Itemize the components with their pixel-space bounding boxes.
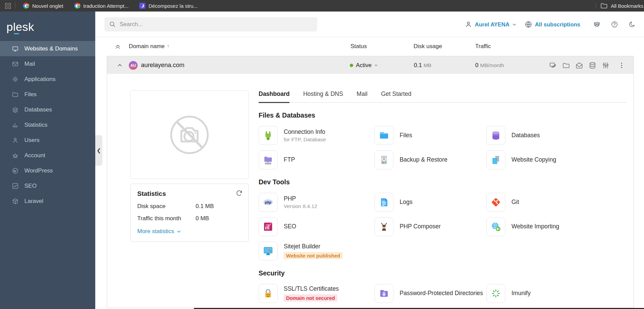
tile-password-protected-directories[interactable]: Password-Protected Directories (375, 284, 486, 303)
topbar: Aurel AYENA All subscriptions (95, 12, 644, 37)
tile-backup-restore[interactable]: Backup & Restore (375, 150, 486, 169)
section-title: Files & Databases (259, 111, 627, 119)
traffic-value: 0MB/month (475, 56, 504, 74)
bar-chart-icon (12, 122, 19, 128)
sort-asc-icon: ↑ (167, 43, 170, 49)
section-title: Security (259, 269, 627, 277)
sidebar-item-wordpress[interactable]: WordPress (0, 163, 95, 178)
search-input[interactable] (120, 21, 313, 28)
column-traffic[interactable]: Traffic (475, 43, 491, 50)
subscriptions-selector[interactable]: All subscriptions (525, 21, 580, 28)
password-folder-icon (375, 284, 394, 303)
column-disk-usage[interactable]: Disk usage (414, 43, 442, 50)
bookmark-nouvel-onglet[interactable]: Nouvel onglet (20, 0, 71, 12)
tab-mail[interactable]: Mail (357, 90, 367, 102)
section-dev-tools: Dev Tools php PHP Version 8.4.12 Logs Gi… (259, 178, 627, 261)
laravel-icon (12, 198, 19, 205)
sidebar-item-laravel[interactable]: Laravel (0, 193, 95, 209)
tab-dashboard[interactable]: Dashboard (259, 90, 289, 103)
statistics-title: Statistics (137, 190, 242, 198)
tile-sitejet-builder[interactable]: Sitejet Builder Website not published (259, 242, 375, 261)
tile-git[interactable]: Git (486, 193, 602, 212)
php-composer-icon (375, 217, 394, 236)
bookmark-traduction-attempt[interactable]: traduction Attempt... (71, 0, 136, 12)
tab-hosting-dns[interactable]: Hosting & DNS (303, 90, 343, 102)
imunify-icon (486, 284, 505, 303)
sidebar-item-users[interactable]: Users (0, 132, 95, 148)
tile-ftp[interactable]: FTP (259, 150, 375, 169)
tab-get-started[interactable]: Get Started (381, 90, 411, 102)
tile-website-copying[interactable]: Website Copying (486, 150, 602, 169)
google-favicon (74, 3, 80, 9)
tile-php[interactable]: php PHP Version 8.4.12 (259, 193, 375, 212)
all-bookmarks-button[interactable]: All Bookmarks (600, 2, 644, 9)
stat-label: Traffic this month (137, 215, 196, 222)
sidebar-item-databases[interactable]: Databases (0, 102, 95, 117)
layers-icon (12, 106, 19, 113)
chevron-down-icon (512, 22, 517, 27)
tile-php-composer[interactable]: PHP Composer (375, 217, 486, 236)
sliders-icon[interactable] (602, 62, 609, 69)
connection-info-icon (259, 126, 278, 145)
tile-logs[interactable]: Logs (375, 193, 486, 212)
main-area: Aurel AYENA All subscriptions Domain nam… (95, 12, 644, 309)
column-status[interactable]: Status (350, 43, 367, 50)
kebab-menu-icon[interactable] (618, 62, 625, 69)
tile-website-importing[interactable]: Website Importing (486, 217, 602, 236)
sidebar-item-files[interactable]: Files (0, 87, 95, 102)
database-outline-icon[interactable] (589, 62, 596, 69)
dark-mode-moon-icon[interactable] (628, 21, 636, 28)
gear-icon (12, 76, 19, 83)
mail-icon (12, 61, 19, 67)
globe-icon (525, 21, 532, 28)
mail-outline-icon[interactable] (576, 62, 583, 69)
sidebar-item-statistics[interactable]: Statistics (0, 117, 95, 132)
domain-name[interactable]: aurelayena.com (141, 56, 184, 74)
status-badge[interactable]: Active (350, 56, 378, 74)
folder-outline-icon[interactable] (562, 62, 570, 69)
help-icon[interactable] (611, 21, 618, 28)
domain-quick-actions (549, 56, 625, 74)
git-icon (486, 193, 505, 212)
bookmark-d-composez-la-stru[interactable]: Décomposez la stru... (136, 0, 205, 12)
monitor-icon (12, 45, 19, 52)
user-name: Aurel AYENA (475, 21, 509, 28)
tile-databases[interactable]: Databases (486, 126, 602, 145)
tile-connection-info[interactable]: Connection Info for FTP, Database (259, 126, 375, 145)
plesk-logo[interactable]: plesk (6, 20, 44, 34)
sidebar-collapse-handle[interactable]: ❮ (95, 135, 102, 166)
apps-grid-icon[interactable] (5, 3, 11, 9)
tile-seo[interactable]: SEO (259, 217, 375, 236)
user-menu[interactable]: Aurel AYENA (465, 21, 517, 28)
tile-ssl-tls-certificates[interactable]: SSL/TLS Certificates Domain not secured (259, 284, 375, 303)
more-statistics-link[interactable]: More statistics (137, 228, 242, 235)
sidebar-item-mail[interactable]: Mail (0, 56, 95, 71)
all-bookmarks-label: All Bookmarks (611, 3, 643, 9)
assistant-owl-icon[interactable] (593, 21, 601, 28)
tile-imunify[interactable]: Imunify (486, 284, 602, 303)
section-files-databases: Files & Databases Connection Info for FT… (259, 111, 627, 169)
section-title: Dev Tools (259, 178, 627, 186)
backup-icon (375, 150, 394, 169)
seo-icon (259, 217, 278, 236)
sidebar-item-account[interactable]: Account (0, 148, 95, 163)
sidebar-item-seo[interactable]: SEO (0, 178, 95, 193)
site-screenshot-placeholder[interactable] (130, 90, 249, 179)
chevron-down-icon (374, 63, 378, 67)
tile-badge-domain-not-secured: Domain not secured (284, 294, 337, 302)
subscriptions-label: All subscriptions (535, 21, 580, 28)
site-preview-icon[interactable] (549, 62, 557, 69)
collapse-all-icon[interactable] (115, 44, 121, 52)
tile-badge-website-not-published: Website not published (284, 252, 343, 259)
ssl-lock-icon (259, 284, 278, 303)
collapse-row-icon[interactable] (115, 56, 124, 74)
sidebar-item-websites-domains[interactable]: Websites & Domains (0, 41, 95, 56)
dashboard-tabs: DashboardHosting & DNSMailGet Started (259, 90, 627, 103)
ftp-icon (259, 150, 278, 169)
column-domain-name[interactable]: Domain name↑ (129, 43, 169, 50)
refresh-icon[interactable] (236, 189, 243, 197)
user-icon (465, 21, 472, 28)
databases-icon (486, 126, 505, 145)
sidebar-item-applications[interactable]: Applications (0, 71, 95, 87)
tile-files[interactable]: Files (375, 126, 486, 145)
